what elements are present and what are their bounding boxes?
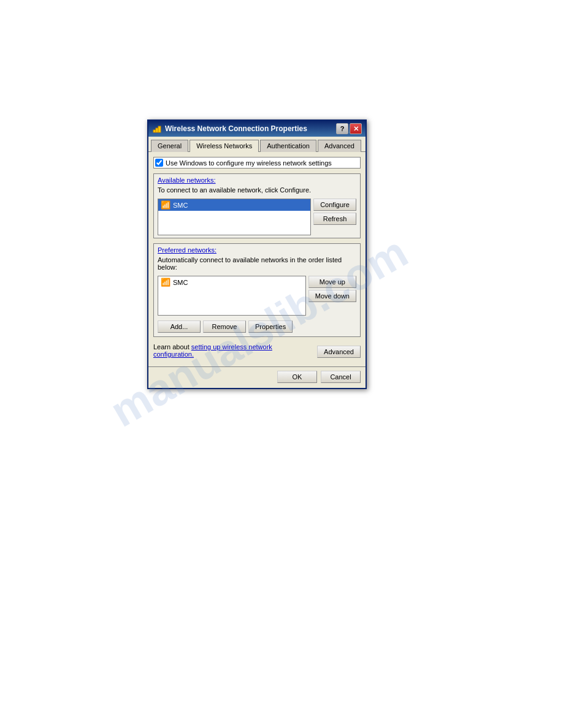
available-networks-group: Available networks: To connect to an ava… bbox=[153, 173, 361, 238]
learn-section: Learn about setting up wireless network … bbox=[153, 342, 361, 362]
svg-rect-2 bbox=[158, 126, 161, 132]
tab-authentication[interactable]: Authentication bbox=[260, 140, 316, 152]
ok-button[interactable]: OK bbox=[277, 371, 317, 383]
tab-advanced[interactable]: Advanced bbox=[318, 140, 361, 152]
available-networks-list[interactable]: 📶 SMC bbox=[158, 199, 311, 235]
wifi-icon-available: 📶 bbox=[161, 200, 170, 210]
network-icon bbox=[152, 124, 162, 134]
dialog-bottom: OK Cancel bbox=[148, 366, 366, 388]
move-down-button[interactable]: Move down bbox=[308, 290, 356, 302]
svg-rect-1 bbox=[156, 128, 158, 132]
tab-strip: General Wireless Networks Authentication… bbox=[148, 137, 366, 151]
add-button[interactable]: Add... bbox=[158, 320, 201, 333]
use-windows-label: Use Windows to configure my wireless net… bbox=[166, 159, 332, 167]
available-networks-area: 📶 SMC Configure Refresh bbox=[154, 196, 360, 238]
dialog-content: Use Windows to configure my wireless net… bbox=[148, 151, 366, 366]
wifi-icon-preferred: 📶 bbox=[161, 278, 170, 287]
available-network-name: SMC bbox=[173, 202, 188, 209]
tab-wireless-networks[interactable]: Wireless Networks bbox=[190, 140, 259, 152]
remove-button[interactable]: Remove bbox=[203, 320, 246, 333]
svg-rect-0 bbox=[153, 130, 156, 132]
properties-button[interactable]: Properties bbox=[248, 320, 293, 333]
close-button[interactable]: ✕ bbox=[350, 123, 362, 134]
title-bar-left: Wireless Network Connection Properties bbox=[152, 124, 307, 134]
use-windows-checkbox-row: Use Windows to configure my wireless net… bbox=[153, 157, 361, 169]
preferred-networks-area: 📶 SMC Move up Move down bbox=[154, 273, 360, 318]
preferred-actions: Add... Remove Properties bbox=[154, 318, 360, 336]
title-bar-buttons: ? ✕ bbox=[336, 123, 362, 134]
available-networks-title: Available networks: bbox=[154, 174, 360, 185]
title-bar: Wireless Network Connection Properties ?… bbox=[148, 121, 366, 137]
use-windows-checkbox[interactable] bbox=[155, 159, 163, 167]
learn-label: Learn about bbox=[153, 343, 190, 351]
preferred-networks-list[interactable]: 📶 SMC bbox=[158, 276, 306, 316]
move-up-button[interactable]: Move up bbox=[308, 276, 356, 288]
dialog-window: Wireless Network Connection Properties ?… bbox=[147, 119, 367, 389]
preferred-network-item[interactable]: 📶 SMC bbox=[158, 276, 305, 288]
learn-text: Learn about setting up wireless network … bbox=[153, 343, 276, 358]
preferred-networks-group: Preferred networks: Automatically connec… bbox=[153, 243, 361, 337]
refresh-button[interactable]: Refresh bbox=[313, 213, 356, 225]
configure-button[interactable]: Configure bbox=[313, 199, 356, 211]
tab-general[interactable]: General bbox=[151, 140, 188, 152]
available-networks-desc: To connect to an available network, clic… bbox=[154, 185, 360, 196]
move-buttons: Move up Move down bbox=[308, 276, 356, 316]
dialog-title: Wireless Network Connection Properties bbox=[165, 124, 307, 133]
advanced-button[interactable]: Advanced bbox=[317, 346, 361, 358]
preferred-networks-desc: Automatically connect to available netwo… bbox=[154, 255, 360, 273]
help-button[interactable]: ? bbox=[336, 123, 348, 134]
available-networks-buttons: Configure Refresh bbox=[313, 199, 356, 235]
preferred-network-name: SMC bbox=[173, 279, 188, 286]
cancel-button[interactable]: Cancel bbox=[321, 371, 361, 383]
preferred-networks-title: Preferred networks: bbox=[154, 244, 360, 255]
available-network-item[interactable]: 📶 SMC bbox=[158, 199, 310, 211]
